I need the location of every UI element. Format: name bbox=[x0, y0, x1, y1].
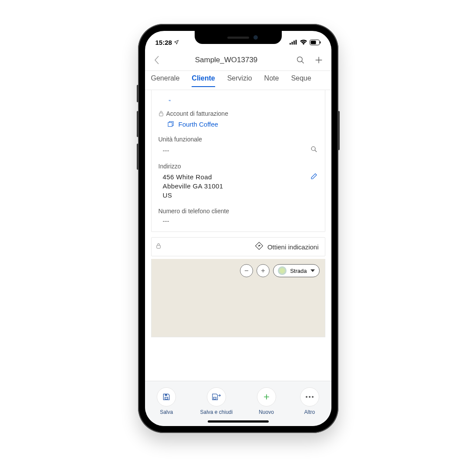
svg-rect-0 bbox=[290, 43, 291, 45]
home-indicator[interactable] bbox=[208, 420, 269, 423]
telefono-field[interactable]: --- bbox=[163, 217, 318, 225]
more-icon bbox=[300, 387, 319, 406]
svg-rect-2 bbox=[294, 40, 295, 44]
command-bar: Salva Salva e chiudi Nuovo Altro bbox=[145, 381, 331, 426]
field-label-account-text: Account di fatturazione bbox=[166, 110, 228, 117]
svg-point-13 bbox=[311, 147, 315, 151]
tab-generale[interactable]: Generale bbox=[151, 74, 180, 87]
tab-cliente[interactable]: Cliente bbox=[192, 74, 215, 87]
directions-label: Ottieni indicazioni bbox=[267, 243, 319, 251]
address-text: 456 White Road Abbeville GA 31001 US bbox=[163, 172, 223, 200]
account-lookup-value: Fourth Coffee bbox=[179, 121, 218, 128]
chevron-down-icon bbox=[311, 269, 315, 272]
location-icon bbox=[174, 40, 179, 45]
svg-point-25 bbox=[306, 396, 307, 398]
field-label-indirizzo: Indirizzo bbox=[159, 163, 318, 170]
svg-line-8 bbox=[301, 61, 304, 63]
svg-rect-1 bbox=[291, 42, 293, 44]
field-label-telefono: Numero di telefono cliente bbox=[159, 208, 318, 215]
content: Account di fatturazione Fourth Coffee Un… bbox=[145, 90, 331, 381]
phone-side-button bbox=[137, 111, 138, 137]
page-title: Sample_WO13739 bbox=[163, 56, 293, 64]
globe-icon bbox=[278, 266, 287, 275]
plus-icon bbox=[257, 387, 276, 406]
tab-sequenza[interactable]: Seque bbox=[291, 74, 311, 87]
svg-rect-15 bbox=[156, 245, 160, 248]
header-actions bbox=[293, 53, 326, 67]
lock-icon bbox=[159, 111, 164, 117]
add-button[interactable] bbox=[311, 53, 326, 67]
svg-rect-16 bbox=[255, 242, 263, 250]
save-close-icon bbox=[207, 387, 226, 406]
more-button[interactable]: Altro bbox=[300, 387, 319, 415]
tab-servizio[interactable]: Servizio bbox=[227, 74, 252, 87]
phone-frame: 15:28 bbox=[138, 24, 338, 433]
tab-note[interactable]: Note bbox=[264, 74, 279, 87]
map[interactable]: Strada bbox=[151, 259, 325, 337]
svg-rect-20 bbox=[165, 397, 168, 399]
save-button[interactable]: Salva bbox=[157, 387, 176, 415]
svg-rect-22 bbox=[213, 397, 216, 399]
svg-rect-5 bbox=[311, 40, 316, 44]
battery-icon bbox=[310, 40, 321, 45]
status-right bbox=[290, 40, 321, 45]
map-zoom-out-button[interactable] bbox=[240, 264, 253, 277]
svg-rect-11 bbox=[159, 113, 162, 116]
address-line2: Abbeville GA 31001 bbox=[163, 181, 223, 191]
map-toolbar: Strada bbox=[240, 264, 319, 277]
search-icon bbox=[310, 145, 318, 155]
phone-notch bbox=[195, 31, 282, 44]
more-label: Altro bbox=[304, 409, 315, 415]
address-row[interactable]: 456 White Road Abbeville GA 31001 US bbox=[163, 172, 318, 200]
save-label: Salva bbox=[160, 409, 173, 415]
new-label: Nuovo bbox=[259, 409, 274, 415]
phone-side-button bbox=[338, 111, 340, 150]
wifi-icon bbox=[300, 40, 307, 45]
tabs: Generale Cliente Servizio Note Seque bbox=[145, 71, 331, 90]
app-header: Sample_WO13739 bbox=[145, 49, 331, 71]
map-zoom-in-button[interactable] bbox=[257, 264, 270, 277]
svg-point-27 bbox=[312, 396, 314, 398]
svg-rect-21 bbox=[165, 394, 167, 396]
svg-rect-12 bbox=[168, 122, 172, 126]
phone-side-button bbox=[137, 85, 138, 102]
customer-card: Account di fatturazione Fourth Coffee Un… bbox=[151, 90, 325, 232]
svg-rect-6 bbox=[320, 41, 321, 44]
account-lookup-link[interactable]: Fourth Coffee bbox=[167, 121, 318, 128]
directions-icon bbox=[255, 242, 263, 252]
svg-rect-3 bbox=[295, 40, 297, 45]
map-type-label: Strada bbox=[290, 268, 307, 274]
search-button[interactable] bbox=[293, 53, 308, 67]
save-icon bbox=[157, 387, 176, 406]
previous-link-truncated[interactable] bbox=[169, 94, 171, 101]
back-button[interactable] bbox=[150, 54, 163, 67]
lock-icon bbox=[156, 243, 161, 251]
svg-line-14 bbox=[314, 150, 316, 152]
address-line3: US bbox=[163, 191, 223, 200]
new-button[interactable]: Nuovo bbox=[257, 387, 276, 415]
edit-icon[interactable] bbox=[310, 172, 318, 180]
telefono-value: --- bbox=[163, 217, 169, 225]
phone-side-button bbox=[137, 144, 138, 170]
unita-lookup[interactable]: --- bbox=[163, 145, 318, 155]
svg-point-7 bbox=[297, 57, 302, 62]
address-line1: 456 White Road bbox=[163, 172, 223, 181]
phone-screen: 15:28 bbox=[145, 31, 331, 426]
field-label-account: Account di fatturazione bbox=[159, 110, 318, 117]
field-label-unita: Unità funzionale bbox=[159, 136, 318, 143]
save-close-label: Salva e chiudi bbox=[200, 409, 233, 415]
directions-bar[interactable]: Ottieni indicazioni bbox=[151, 237, 325, 256]
status-time: 15:28 bbox=[155, 39, 172, 46]
cellular-signal-icon bbox=[290, 40, 297, 45]
unita-value: --- bbox=[163, 147, 169, 154]
map-type-select[interactable]: Strada bbox=[273, 264, 319, 277]
status-left: 15:28 bbox=[155, 39, 179, 46]
svg-point-26 bbox=[309, 396, 311, 398]
save-and-close-button[interactable]: Salva e chiudi bbox=[200, 387, 233, 415]
